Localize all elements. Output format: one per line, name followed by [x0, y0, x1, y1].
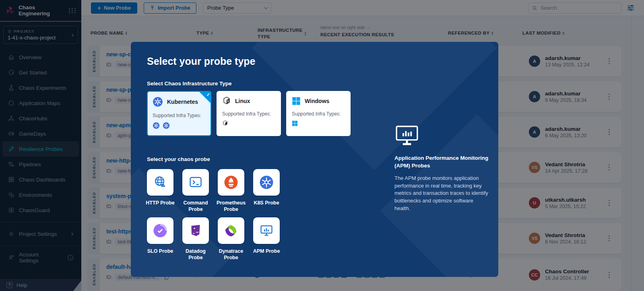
infra-card-linux[interactable]: $ Linux Supported Infra Types: — [217, 91, 281, 136]
kubernetes-icon — [259, 175, 274, 190]
infra-card-windows[interactable]: Windows Supported Infra Types: — [286, 91, 351, 136]
probe-tiles-row-1: HTTP Probe Command Probe Prometheus Prob… — [147, 169, 280, 213]
modal-title: Select your probe type — [147, 56, 256, 67]
terminal-icon — [188, 175, 203, 190]
probe-tile-label: Prometheus Probe — [214, 200, 248, 213]
probe-info-title: Application Performance Monitoring (APM)… — [394, 155, 490, 170]
probe-tile-label: Command Probe — [178, 200, 213, 213]
infra-card-name: Windows — [305, 98, 329, 104]
app-window: Chaos Engineering PROJECT 1-41-x-chaos-p… — [0, 0, 644, 291]
probe-section-label: Select your chaos probe — [147, 156, 210, 162]
selected-check-icon: ✓ — [199, 91, 211, 103]
supported-infra-label: Supported Infra Types: — [292, 111, 345, 117]
infra-card-kubernetes[interactable]: ✓ Kubernetes Supported Infra Types: — [147, 91, 211, 136]
probe-tile-command[interactable] — [182, 169, 209, 196]
probe-tile-slo[interactable] — [147, 217, 173, 244]
supported-infra-label: Supported Infra Types: — [153, 113, 206, 118]
svg-text:$: $ — [227, 100, 229, 103]
probe-tile-label: Datadog Probe — [178, 248, 213, 261]
probe-tiles-row-2: SLO Probe Datadog Probe Dynatrace Probe … — [147, 217, 280, 261]
supported-infra-label: Supported Infra Types: — [222, 111, 275, 117]
infra-card-name: Linux — [235, 98, 250, 104]
slo-icon — [153, 223, 167, 238]
prometheus-icon — [224, 175, 238, 190]
infrastructure-cards: ✓ Kubernetes Supported Infra Types: $ Li… — [147, 91, 351, 136]
infra-card-name: Kubernetes — [167, 99, 198, 105]
probe-tile-http[interactable] — [147, 169, 173, 196]
probe-tile-dynatrace[interactable] — [218, 217, 244, 244]
probe-tile-label: K8S Probe — [249, 200, 284, 206]
probe-info-panel: Application Performance Monitoring (APM)… — [394, 125, 490, 213]
probe-tile-label: HTTP Probe — [143, 200, 178, 206]
probe-tile-label: APM Probe — [249, 248, 284, 254]
probe-info-description: The APM probe monitors application perfo… — [394, 175, 490, 213]
windows-icon — [292, 120, 298, 126]
probe-tile-label: Dynatrace Probe — [214, 248, 248, 261]
apm-monitor-icon — [259, 223, 274, 238]
select-probe-type-modal: Select your probe type Select Chaos Infr… — [131, 42, 498, 277]
probe-tile-label: SLO Probe — [143, 248, 178, 254]
windows-icon — [292, 97, 301, 105]
kubernetes-icon — [163, 122, 170, 129]
linux-icon — [222, 120, 228, 126]
monitor-icon — [394, 125, 419, 146]
dynatrace-icon — [224, 224, 238, 237]
linux-icon: $ — [222, 97, 231, 105]
probe-tile-prometheus[interactable] — [218, 169, 244, 196]
datadog-icon — [189, 224, 202, 237]
infra-section-label: Select Chaos Infrastructure Type — [147, 80, 232, 87]
probe-tile-datadog[interactable] — [182, 217, 209, 244]
probe-tile-apm[interactable] — [253, 217, 280, 244]
probe-tile-k8s[interactable] — [253, 169, 280, 196]
kubernetes-icon — [153, 97, 163, 107]
kubernetes-icon — [153, 122, 160, 129]
http-globe-icon — [153, 175, 167, 190]
